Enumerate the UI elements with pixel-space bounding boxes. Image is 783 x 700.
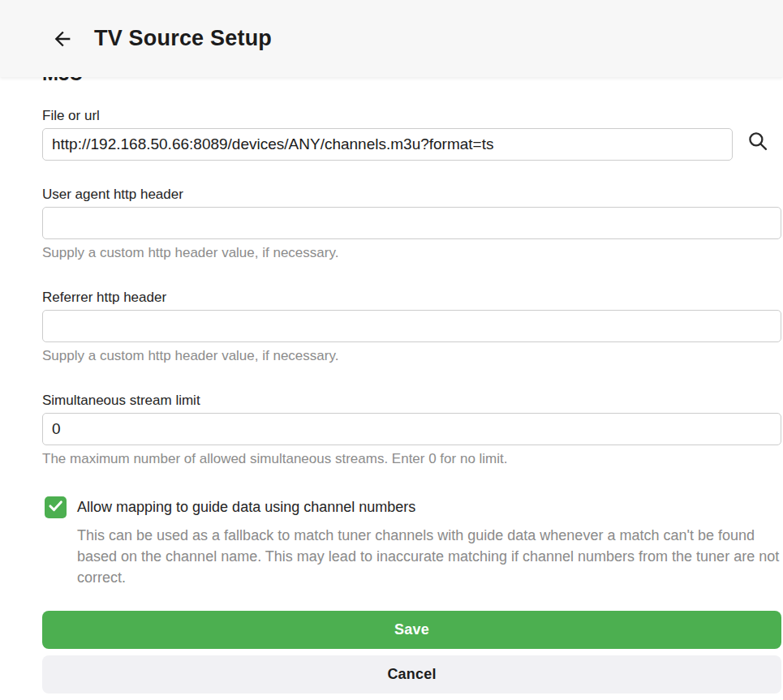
app-header: TV Source Setup	[0, 0, 783, 77]
checkmark-icon	[47, 497, 64, 517]
user-agent-helper: Supply a custom http header value, if ne…	[42, 245, 781, 261]
user-agent-input[interactable]	[42, 207, 781, 239]
referrer-input[interactable]	[42, 310, 781, 342]
search-icon	[746, 130, 769, 155]
referrer-label: Referrer http header	[42, 290, 781, 306]
file-url-input[interactable]	[42, 128, 733, 161]
user-agent-field: User agent http header Supply a custom h…	[42, 187, 781, 261]
page-title: TV Source Setup	[94, 26, 272, 51]
referrer-field: Referrer http header Supply a custom htt…	[42, 290, 781, 364]
channel-mapping-block: Allow mapping to guide data using channe…	[42, 496, 781, 588]
channel-mapping-checkbox[interactable]	[45, 496, 67, 518]
stream-limit-input[interactable]	[42, 413, 781, 445]
browse-search-button[interactable]	[746, 131, 770, 155]
channel-mapping-label[interactable]: Allow mapping to guide data using channe…	[77, 496, 415, 518]
file-url-field: File or url	[42, 108, 781, 161]
user-agent-label: User agent http header	[42, 187, 781, 203]
channel-mapping-description: This can be used as a fallback to match …	[77, 525, 781, 588]
stream-limit-label: Simultaneous stream limit	[42, 393, 781, 409]
stream-limit-helper: The maximum number of allowed simultaneo…	[42, 451, 781, 467]
back-button[interactable]	[50, 27, 75, 51]
stream-limit-field: Simultaneous stream limit The maximum nu…	[42, 393, 781, 467]
cancel-button[interactable]: Cancel	[42, 655, 781, 694]
save-button[interactable]: Save	[42, 611, 781, 649]
form-content: M3U File or url User agent http header S…	[42, 77, 781, 694]
back-arrow-icon	[51, 28, 74, 50]
referrer-helper: Supply a custom http header value, if ne…	[42, 348, 781, 364]
file-url-label: File or url	[42, 108, 781, 124]
